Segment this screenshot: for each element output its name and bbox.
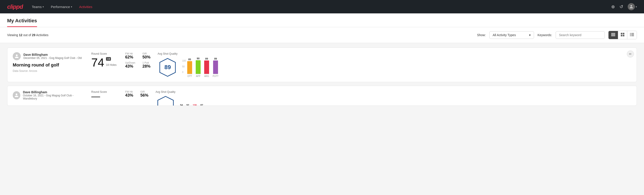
bar-ott-bar <box>187 61 192 74</box>
svg-rect-7 <box>623 35 624 36</box>
score-line-2 <box>91 96 118 97</box>
chevron-down-icon: ▾ <box>71 6 72 8</box>
keywords-label: Keywords: <box>538 33 552 37</box>
activity-date: December 05, 2021 - Gog Magog Golf Club … <box>24 56 82 60</box>
gir-stats-2: GIR 56% <box>140 90 148 98</box>
activity-title: Morning round of golf <box>13 62 84 68</box>
up-down-value: 43% <box>125 64 135 69</box>
user-info-2: Dave Billingham October 16, 2021 - Gog M… <box>23 90 84 100</box>
bar-ott-value-2: 94 <box>180 104 183 106</box>
nav-item-activities[interactable]: Activities <box>79 5 92 9</box>
activity-type-dropdown[interactable]: All Activity Types ▾ <box>489 31 534 39</box>
chevron-down-icon: ▾ <box>42 6 44 8</box>
fw-updown-stats: FW Hit 62% Up/Down 43% <box>125 52 135 69</box>
svg-rect-13 <box>631 35 634 35</box>
avatar-chevron-icon: ▾ <box>636 6 637 8</box>
round-score-label: Round Score <box>91 52 118 55</box>
main-content: ✏ Dave Billingham December 05, 2021 - Go… <box>0 43 644 110</box>
activity-card: ✏ Dave Billingham December 05, 2021 - Go… <box>7 48 637 82</box>
bar-app-value: 90 <box>197 57 200 60</box>
gir-stat-2: GIR 56% <box>140 90 148 98</box>
bar-columns: 85 OTT 90 APP 89 <box>187 57 218 78</box>
page-title: My Activities <box>7 18 37 27</box>
search-input[interactable] <box>556 31 605 39</box>
y-axis-0: 0 <box>182 71 186 74</box>
svg-rect-9 <box>631 33 634 34</box>
score-main: 74 +4 18 Holes <box>91 57 118 68</box>
svg-rect-10 <box>630 34 631 34</box>
bar-putt-bar <box>213 60 218 74</box>
gir-value: 50% <box>142 55 150 60</box>
score-badge: +4 <box>106 57 111 61</box>
y-axis-100: 100 <box>182 60 186 62</box>
svg-rect-15 <box>631 36 634 36</box>
activity-date-2: October 16, 2021 - Gog Magog Golf Club -… <box>23 94 84 100</box>
bar-app-2: 92 <box>186 104 189 106</box>
page-header: My Activities <box>0 14 644 27</box>
fw-updown-stats-2: FW Hit 43% <box>125 90 133 98</box>
svg-rect-11 <box>631 34 634 34</box>
fw-hit-value: 62% <box>125 55 135 60</box>
viewing-count-text: Viewing 12 out of 29 Activities <box>7 33 474 37</box>
avatar <box>628 3 635 10</box>
view-grid-button[interactable] <box>618 31 627 39</box>
card-left-2: Dave Billingham October 16, 2021 - Gog M… <box>13 90 84 102</box>
view-list-compact-button[interactable] <box>608 31 618 39</box>
nav-label-teams: Teams <box>32 5 42 9</box>
svg-rect-1 <box>611 34 615 34</box>
viewing-label: Activities <box>36 33 48 37</box>
svg-rect-2 <box>611 35 615 35</box>
up-down-label: Up/Down <box>125 61 135 64</box>
bar-app-value-2: 92 <box>186 104 189 106</box>
one-putt-value: 28% <box>142 64 150 69</box>
avatar <box>13 52 21 60</box>
user-name-2: Dave Billingham <box>23 90 84 94</box>
refresh-button[interactable]: ↺ <box>620 4 623 9</box>
viewing-count: 12 <box>19 33 22 37</box>
svg-rect-6 <box>621 35 622 36</box>
fw-hit-label: FW Hit <box>125 52 135 55</box>
svg-marker-17 <box>158 96 174 106</box>
nav-item-teams[interactable]: Teams ▾ <box>32 5 44 9</box>
avg-shot-quality-section: Avg Shot Quality 89 100 50 <box>158 52 631 78</box>
one-putt-label: 1 Putt <box>142 61 150 64</box>
gir-value-2: 56% <box>140 93 148 98</box>
bar-columns-2: 94 92 106 87 <box>180 104 203 106</box>
fw-hit-stat-2: FW Hit 43% <box>125 90 133 98</box>
bar-putt-label: PUTT <box>213 75 218 78</box>
view-list-detail-button[interactable] <box>627 31 637 39</box>
user-avatar-menu[interactable]: ▾ <box>628 3 637 10</box>
bar-putt-value: 89 <box>214 57 217 60</box>
bar-arg-value: 89 <box>205 57 208 60</box>
viewing-total: 29 <box>32 33 36 37</box>
svg-rect-0 <box>611 33 615 34</box>
nav-item-performance[interactable]: Performance ▾ <box>51 5 72 9</box>
svg-rect-14 <box>630 36 631 36</box>
bar-ott-value: 85 <box>188 58 191 61</box>
user-info: Dave Billingham December 05, 2021 - Gog … <box>24 53 82 60</box>
round-score-label-2: Round Score <box>91 90 118 94</box>
edit-button[interactable]: ✏ <box>627 50 634 58</box>
bar-putt: 89 PUTT <box>213 57 218 78</box>
bar-arg-value-2: 106 <box>193 104 197 106</box>
fw-hit-value-2: 43% <box>125 93 133 98</box>
bar-putt-value-2: 87 <box>200 104 203 106</box>
show-label: Show: <box>477 33 486 37</box>
svg-rect-8 <box>630 33 631 34</box>
bar-ott-2: 94 <box>180 104 183 106</box>
user-name: Dave Billingham <box>24 53 82 56</box>
toolbar: Viewing 12 out of 29 Activities Show: Al… <box>0 27 644 43</box>
bar-ott-label: OTT <box>188 75 192 78</box>
nav-label-performance: Performance <box>51 5 70 9</box>
svg-rect-3 <box>611 36 615 36</box>
logo[interactable]: clippd <box>7 3 23 10</box>
bar-arg-bar <box>204 60 209 74</box>
shot-quality-chart: 100 50 0 85 OTT 90 <box>182 57 218 78</box>
up-down-stat: Up/Down 43% <box>125 61 135 69</box>
card-left: Dave Billingham December 05, 2021 - Gog … <box>13 52 84 72</box>
svg-rect-5 <box>623 33 624 34</box>
bar-arg-2: 106 <box>193 104 197 106</box>
bar-ott: 85 OTT <box>187 58 192 78</box>
add-button[interactable]: ⊕ <box>611 4 615 9</box>
data-source: Data Source: Arccos <box>13 70 84 72</box>
